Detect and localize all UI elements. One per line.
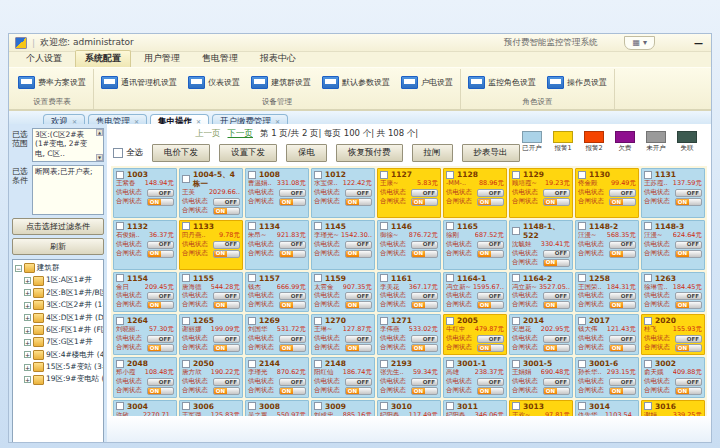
- meter-card[interactable]: 1271李伟燕533.02元供电状态OFF合闸状态ON: [377, 314, 441, 355]
- switch-toggle[interactable]: ON: [213, 250, 240, 258]
- meter-card[interactable]: 1269刘国华531.72元供电状态OFF合闸状态ON: [245, 314, 309, 355]
- meter-card[interactable]: 1133田丹燕..9.78元供电状态OFF合闸状态ON: [179, 220, 243, 270]
- card-checkbox[interactable]: [380, 222, 388, 230]
- scroll-down-icon[interactable]: ▼: [96, 154, 103, 161]
- supply-toggle[interactable]: OFF: [477, 189, 504, 197]
- meter-card[interactable]: 2048郑小霞108.48元供电状态OFF合闸状态ON: [113, 357, 177, 398]
- card-checkbox[interactable]: [182, 175, 190, 183]
- card-checkbox[interactable]: [116, 222, 124, 230]
- collapse-icon[interactable]: −: [15, 265, 22, 272]
- card-checkbox[interactable]: [446, 222, 454, 230]
- card-checkbox[interactable]: [116, 360, 124, 368]
- supply-toggle[interactable]: OFF: [147, 189, 174, 197]
- switch-toggle[interactable]: ON: [279, 387, 306, 395]
- tree-item[interactable]: +6区:F区1#井 (F区1#: [24, 324, 103, 336]
- meter-card[interactable]: 1155唐海德544.28元供电状态OFF合闸状态ON: [179, 272, 243, 313]
- tree-item[interactable]: +19区:9#变电站 (2#: [24, 373, 103, 385]
- supply-toggle[interactable]: OFF: [279, 292, 306, 300]
- meter-card[interactable]: 3001-5王娟娟690.48元供电状态OFF合闸状态ON: [509, 357, 573, 398]
- card-checkbox[interactable]: [644, 360, 652, 368]
- supply-toggle[interactable]: OFF: [345, 335, 372, 343]
- switch-toggle[interactable]: ON: [411, 250, 438, 258]
- switch-toggle[interactable]: ON: [345, 301, 372, 309]
- tree-item[interactable]: +3区:C区2#井 (1#变: [24, 299, 103, 311]
- ribbon-button[interactable]: 操作员设置: [545, 75, 609, 90]
- expand-icon[interactable]: +: [24, 302, 31, 309]
- next-page-link[interactable]: 下一页: [228, 128, 254, 140]
- tree-item[interactable]: +1区:A区1#井: [24, 274, 103, 286]
- card-checkbox[interactable]: [248, 274, 256, 282]
- supply-toggle[interactable]: OFF: [675, 241, 702, 249]
- switch-toggle[interactable]: ON: [279, 198, 306, 206]
- expand-icon[interactable]: +: [24, 339, 31, 346]
- meter-card[interactable]: 2017钱大伟121.43元供电状态OFF合闸状态ON: [575, 314, 639, 355]
- card-checkbox[interactable]: [512, 317, 520, 325]
- card-checkbox[interactable]: [380, 317, 388, 325]
- switch-toggle[interactable]: ON: [147, 250, 174, 258]
- supply-toggle[interactable]: OFF: [609, 335, 636, 343]
- card-checkbox[interactable]: [446, 317, 454, 325]
- switch-toggle[interactable]: ON: [345, 198, 372, 206]
- meter-card[interactable]: 1003王紫春148.94元供电状态OFF合闸状态ON: [113, 168, 177, 218]
- meter-card[interactable]: 1263徐琳雪..184.45元供电状态OFF合闸状态ON: [641, 272, 705, 313]
- meter-card[interactable]: 1159太雲金907.35元供电状态OFF合闸状态ON: [311, 272, 375, 313]
- supply-toggle[interactable]: OFF: [609, 292, 636, 300]
- supply-toggle[interactable]: OFF: [675, 292, 702, 300]
- supply-toggle[interactable]: OFF: [279, 378, 306, 386]
- tree-item[interactable]: +9区:4#楼电井 (4#楼: [24, 349, 103, 361]
- meter-card[interactable]: 1164-2冯立新~3527.05..供电状态OFF合闸状态ON: [509, 272, 573, 313]
- card-checkbox[interactable]: [644, 222, 652, 230]
- card-checkbox[interactable]: [182, 317, 190, 325]
- card-checkbox[interactable]: [446, 171, 454, 179]
- switch-toggle[interactable]: ON: [147, 344, 174, 352]
- menu-item[interactable]: 系统配置: [75, 50, 131, 67]
- supply-toggle[interactable]: OFF: [147, 241, 174, 249]
- meter-card[interactable]: 1132石俊娟..36.37元供电状态OFF合闸状态ON: [113, 220, 177, 270]
- card-checkbox[interactable]: [248, 402, 256, 410]
- supply-toggle[interactable]: OFF: [213, 241, 240, 249]
- switch-toggle[interactable]: ON: [675, 387, 702, 395]
- tree-item[interactable]: +7区:G区1#井: [24, 336, 103, 348]
- card-checkbox[interactable]: [380, 171, 388, 179]
- meter-card[interactable]: 1127王康~5.83元供电状态OFF合闸状态ON: [377, 168, 441, 218]
- meter-card[interactable]: 1164-1冯立新~1595.67..供电状态OFF合闸状态ON: [443, 272, 507, 313]
- card-checkbox[interactable]: [578, 171, 586, 179]
- ribbon-button[interactable]: 费率方案设置: [16, 75, 88, 90]
- supply-toggle[interactable]: OFF: [213, 335, 240, 343]
- switch-toggle[interactable]: ON: [675, 250, 702, 258]
- switch-toggle[interactable]: ON: [543, 387, 570, 395]
- supply-toggle[interactable]: OFF: [543, 189, 570, 197]
- tree-item[interactable]: +2区:B区1#井/B区1#: [24, 287, 103, 299]
- meter-card[interactable]: 1131王苏霞..137.59元供电状态OFF合闸状态ON: [641, 168, 705, 218]
- supply-toggle[interactable]: OFF: [477, 241, 504, 249]
- card-checkbox[interactable]: [182, 222, 190, 230]
- supply-toggle[interactable]: OFF: [411, 292, 438, 300]
- card-checkbox[interactable]: [578, 317, 586, 325]
- card-checkbox[interactable]: [446, 360, 454, 368]
- switch-toggle[interactable]: ON: [609, 198, 636, 206]
- ribbon-button[interactable]: 通讯管理机设置: [99, 75, 179, 90]
- supply-toggle[interactable]: OFF: [213, 292, 240, 300]
- supply-toggle[interactable]: OFF: [411, 335, 438, 343]
- meter-card[interactable]: 1161李美花367.17元供电状态OFF合闸状态ON: [377, 272, 441, 313]
- meter-card[interactable]: 1146御徐~876.72元供电状态OFF合闸状态ON: [377, 220, 441, 270]
- switch-toggle[interactable]: ON: [477, 198, 504, 206]
- selected-range-box[interactable]: 3区:(C区2#表 (1#变电, 2#变电, C区.. ▲ ▼: [32, 128, 104, 162]
- supply-toggle[interactable]: OFF: [543, 250, 570, 258]
- minimize-button[interactable]: —: [694, 39, 703, 47]
- toolbar-button[interactable]: 抄表导出: [462, 144, 520, 162]
- supply-toggle[interactable]: OFF: [213, 378, 240, 386]
- tree-item[interactable]: +4区:D区1#井 (D区1: [24, 312, 103, 324]
- supply-toggle[interactable]: OFF: [411, 189, 438, 197]
- expand-icon[interactable]: +: [24, 289, 31, 296]
- switch-toggle[interactable]: ON: [609, 344, 636, 352]
- expand-icon[interactable]: +: [24, 351, 31, 358]
- meter-card[interactable]: 1145李瑾光~1542.30..供电状态OFF合闸状态ON: [311, 220, 375, 270]
- ribbon-button[interactable]: 户电设置: [399, 75, 455, 90]
- supply-toggle[interactable]: OFF: [675, 335, 702, 343]
- supply-toggle[interactable]: OFF: [609, 241, 636, 249]
- card-checkbox[interactable]: [116, 317, 124, 325]
- supply-toggle[interactable]: OFF: [543, 335, 570, 343]
- switch-toggle[interactable]: ON: [543, 259, 570, 267]
- switch-toggle[interactable]: ON: [477, 250, 504, 258]
